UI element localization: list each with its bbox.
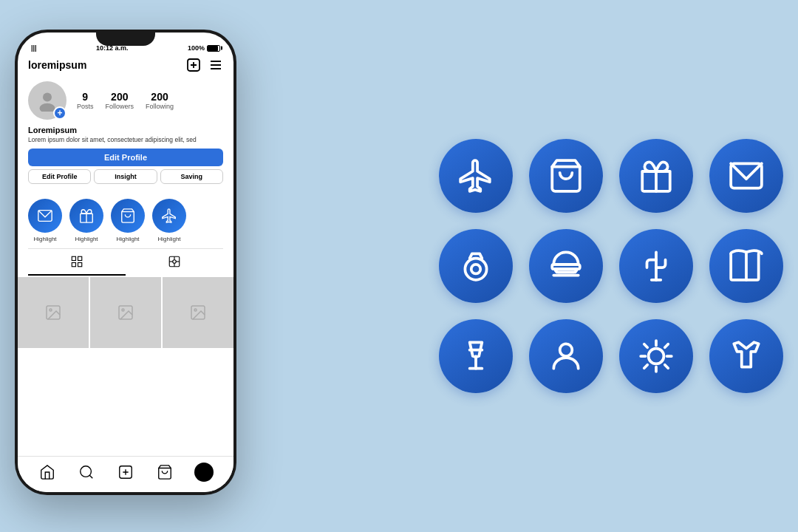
posts-label: Posts xyxy=(77,103,94,110)
add-post-icon[interactable] xyxy=(186,58,201,72)
highlight-item-4[interactable]: Highlight xyxy=(152,199,186,242)
svg-point-49 xyxy=(560,344,573,356)
grid-tab[interactable] xyxy=(28,249,126,276)
shop-nav-item[interactable] xyxy=(155,463,174,482)
burger-icon-circle xyxy=(529,229,603,303)
profile-section: + 9 Posts 200 Followers xyxy=(18,77,233,196)
wine-glass-icon xyxy=(457,338,494,375)
highlight-label-1: Highlight xyxy=(33,236,56,242)
highlight-circle-mail xyxy=(28,199,62,233)
photo-cell-3[interactable] xyxy=(163,277,233,348)
shirt-icon xyxy=(728,338,765,375)
edit-profile-main-button[interactable]: Edit Profile xyxy=(28,149,223,166)
following-label: Following xyxy=(146,103,174,110)
add-nav-item[interactable] xyxy=(116,463,135,482)
signal-indicator: ||| xyxy=(31,44,37,52)
profile-nav-item[interactable] xyxy=(194,463,214,482)
highlights-row: Highlight Highlight Highligh xyxy=(18,196,233,248)
app-title: loremipsum xyxy=(28,59,86,71)
main-container: ||| 10:12 a.m. 100% loremipsum xyxy=(15,15,783,517)
battery-icon xyxy=(207,45,220,52)
book-icon-circle xyxy=(709,229,783,303)
svg-point-7 xyxy=(40,103,55,112)
highlight-label-3: Highlight xyxy=(116,236,139,242)
svg-point-26 xyxy=(122,309,124,311)
svg-point-40 xyxy=(465,259,486,280)
shopping-bag-icon xyxy=(548,157,584,194)
svg-point-18 xyxy=(173,260,177,264)
followers-count: 200 xyxy=(106,91,134,103)
avatar-add-button[interactable]: + xyxy=(53,106,66,120)
svg-line-56 xyxy=(665,365,668,368)
highlight-circle-bag xyxy=(111,199,145,233)
svg-point-29 xyxy=(81,466,92,477)
followers-stat: 200 Followers xyxy=(106,91,134,110)
airplane-icon xyxy=(457,157,494,194)
svg-line-57 xyxy=(665,344,668,347)
posts-stat: 9 Posts xyxy=(77,91,94,110)
search-nav-item[interactable] xyxy=(77,463,96,482)
photo-cell-1[interactable] xyxy=(18,277,89,348)
ring-icon xyxy=(457,248,494,284)
burger-icon xyxy=(548,248,584,284)
svg-rect-16 xyxy=(78,263,82,267)
sun-icon xyxy=(638,338,675,375)
highlight-item-1[interactable]: Highlight xyxy=(28,199,62,242)
edit-profile-button[interactable]: Edit Profile xyxy=(28,169,91,184)
person-icon xyxy=(548,338,584,375)
saving-button[interactable]: Saving xyxy=(160,169,223,184)
svg-rect-14 xyxy=(78,256,82,260)
cactus-icon xyxy=(638,248,675,284)
cactus-icon-circle xyxy=(619,229,693,303)
sun-icon-circle xyxy=(619,319,693,393)
highlight-circle-plane xyxy=(152,199,186,233)
phone-notch xyxy=(96,30,155,46)
posts-count: 9 xyxy=(77,91,94,103)
insight-button[interactable]: Insight xyxy=(94,169,157,184)
svg-point-24 xyxy=(50,309,52,311)
photo-grid xyxy=(18,276,233,349)
profile-top: + 9 Posts 200 Followers xyxy=(28,81,223,120)
svg-line-55 xyxy=(644,344,647,347)
header-icons xyxy=(186,58,223,72)
shopping-bag-icon-circle xyxy=(529,139,603,213)
phone-screen: ||| 10:12 a.m. 100% loremipsum xyxy=(18,33,233,492)
svg-point-41 xyxy=(471,265,481,274)
battery-text: 100% xyxy=(188,44,205,52)
person-icon-circle xyxy=(529,319,603,393)
menu-icon[interactable] xyxy=(208,58,223,72)
following-stat: 200 Following xyxy=(146,91,174,110)
highlight-item-2[interactable]: Highlight xyxy=(69,199,103,242)
following-count: 200 xyxy=(146,91,174,103)
highlight-item-3[interactable]: Highlight xyxy=(111,199,145,242)
app-header: loremipsum xyxy=(18,55,233,77)
highlight-label-2: Highlight xyxy=(75,236,98,242)
profile-stats: 9 Posts 200 Followers 200 Following xyxy=(77,91,223,110)
photo-cell-2[interactable] xyxy=(90,277,161,348)
book-icon xyxy=(728,248,765,284)
highlight-label-4: Highlight xyxy=(157,236,180,242)
phone: ||| 10:12 a.m. 100% loremipsum xyxy=(15,30,236,495)
battery-indicator: 100% xyxy=(188,44,220,52)
bottom-nav xyxy=(18,456,233,492)
svg-point-50 xyxy=(649,349,664,364)
airplane-icon-circle xyxy=(439,139,513,213)
gift-icon-circle xyxy=(619,139,693,213)
home-nav-item[interactable] xyxy=(38,463,57,482)
wine-glass-icon-circle xyxy=(439,319,513,393)
gift-icon xyxy=(638,157,675,194)
icon-grid xyxy=(439,139,783,393)
svg-rect-13 xyxy=(72,256,75,260)
profile-name: Loremipsum xyxy=(28,126,223,134)
content-tab-bar xyxy=(28,248,223,276)
svg-line-30 xyxy=(89,475,92,478)
tagged-tab[interactable] xyxy=(126,249,223,276)
mail-icon-circle xyxy=(709,139,783,213)
followers-label: Followers xyxy=(106,103,134,110)
svg-line-58 xyxy=(644,365,647,368)
avatar-container: + xyxy=(28,81,66,120)
profile-actions: Edit Profile Insight Saving xyxy=(28,169,223,184)
mail-icon xyxy=(728,157,765,194)
ring-icon-circle xyxy=(439,229,513,303)
svg-point-6 xyxy=(43,93,52,102)
